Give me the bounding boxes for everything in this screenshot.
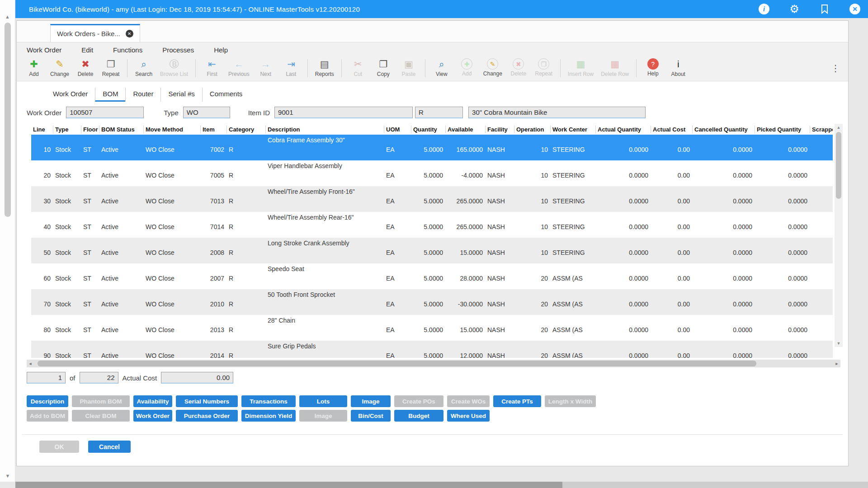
availability-button[interactable]: Availability bbox=[133, 395, 172, 407]
cancelled_quantity-cell: 0.0000 bbox=[692, 341, 755, 358]
last-button[interactable]: ⇥Last bbox=[278, 57, 304, 78]
scrollbar-thumb[interactable] bbox=[5, 23, 11, 217]
column-header-facility[interactable]: Facility bbox=[485, 126, 514, 133]
column-header-picked_quantity[interactable]: Picked Quantity bbox=[755, 126, 810, 133]
transactions-button[interactable]: Transactions bbox=[241, 395, 296, 407]
menu-processes[interactable]: Processes bbox=[162, 46, 194, 54]
search-button[interactable]: ⌕Search bbox=[131, 57, 156, 78]
table-row[interactable]: 70StockSTActiveWO Close2010R50 Tooth Fro… bbox=[31, 289, 833, 315]
table-row[interactable]: 40StockSTActiveWO Close7014RWheel/Tire A… bbox=[31, 212, 833, 238]
add-button[interactable]: ✚Add bbox=[21, 57, 47, 78]
tab-work-order[interactable]: Work Order bbox=[46, 88, 95, 102]
column-header-bom_status[interactable]: BOM Status bbox=[99, 126, 143, 133]
item-id-input[interactable] bbox=[274, 107, 413, 118]
menu-work-order[interactable]: Work Order bbox=[27, 46, 61, 54]
view-button[interactable]: ⌕View bbox=[429, 57, 454, 78]
close-icon[interactable]: ✕ bbox=[849, 3, 861, 15]
bin-cost-button[interactable]: Bin/Cost bbox=[351, 410, 391, 422]
scroll-up-icon[interactable]: ▲ bbox=[835, 124, 843, 131]
column-header-actual_cost[interactable]: Actual Cost bbox=[651, 126, 692, 133]
table-horizontal-scrollbar[interactable]: ◄ ► bbox=[27, 360, 840, 367]
scroll-left-icon[interactable]: ◄ bbox=[27, 361, 34, 366]
reports-button[interactable]: ▤Reports bbox=[311, 57, 338, 78]
column-header-type[interactable]: Type bbox=[53, 126, 81, 133]
work-order-input[interactable] bbox=[66, 107, 144, 118]
page-horizontal-scrollbar[interactable] bbox=[15, 482, 868, 488]
column-header-work_center[interactable]: Work Center bbox=[550, 126, 595, 133]
dimension-yield-button[interactable]: Dimension Yield bbox=[241, 410, 296, 422]
item-description-input[interactable] bbox=[468, 107, 646, 118]
where-used-button[interactable]: Where Used bbox=[447, 410, 490, 422]
tab-comments[interactable]: Comments bbox=[202, 88, 250, 102]
table-row[interactable]: 90StockSTActiveWO Close2014RSure Grip Pe… bbox=[31, 341, 833, 358]
work-order-button[interactable]: Work Order bbox=[133, 410, 172, 422]
column-header-item[interactable]: Item bbox=[200, 126, 226, 133]
column-header-line[interactable]: Line bbox=[31, 126, 53, 133]
column-header-description[interactable]: Description bbox=[265, 126, 384, 133]
column-header-scrapped_quantity[interactable]: Scrapped Qu bbox=[810, 126, 833, 133]
table-row[interactable]: 20StockSTActiveWO Close7005RViper Handle… bbox=[31, 160, 833, 186]
tab-serial-s[interactable]: Serial #s bbox=[160, 88, 202, 102]
overflow-menu-icon[interactable]: ⋮ bbox=[831, 57, 844, 74]
lots-button[interactable]: Lots bbox=[299, 395, 347, 407]
scrollbar-thumb[interactable] bbox=[38, 361, 756, 366]
available-cell: 265.0000 bbox=[445, 212, 485, 238]
tab-router[interactable]: Router bbox=[125, 88, 160, 102]
cancel-button[interactable]: Cancel bbox=[88, 441, 131, 453]
change-row-button[interactable]: ✎Change bbox=[480, 57, 506, 78]
copy-button[interactable]: ❐Copy bbox=[371, 57, 396, 78]
table-row[interactable]: 80StockSTActiveWO Close2013R28" ChainEA5… bbox=[31, 315, 833, 341]
scrapped_quantity-cell bbox=[810, 315, 833, 341]
serial-numbers-button[interactable]: Serial Numbers bbox=[176, 395, 238, 407]
scroll-right-icon[interactable]: ► bbox=[833, 361, 840, 366]
repeat-button[interactable]: ❐Repeat bbox=[98, 57, 123, 78]
column-header-uom[interactable]: UOM bbox=[384, 126, 411, 133]
menu-help[interactable]: Help bbox=[214, 46, 228, 54]
column-header-move_method[interactable]: Move Method bbox=[143, 126, 200, 133]
about-button[interactable]: iAbout bbox=[665, 57, 691, 78]
column-header-floor[interactable]: Floor bbox=[81, 126, 99, 133]
scroll-up-icon[interactable]: ▲ bbox=[0, 12, 15, 22]
total-lines-input[interactable] bbox=[80, 372, 118, 384]
column-header-quantity[interactable]: Quantity bbox=[411, 126, 445, 133]
column-header-available[interactable]: Available bbox=[445, 126, 485, 133]
change-button[interactable]: ✎Change bbox=[47, 57, 73, 78]
view-icon: ⌕ bbox=[439, 58, 444, 70]
type-input[interactable] bbox=[183, 107, 230, 118]
scroll-down-icon[interactable]: ▼ bbox=[0, 471, 15, 481]
table-row[interactable]: 30StockSTActiveWO Close7013RWheel/Tire A… bbox=[31, 186, 833, 212]
type-cell: Stock bbox=[53, 263, 81, 289]
first-button[interactable]: ⇤First bbox=[199, 57, 225, 78]
settings-gear-icon[interactable]: ⚙ bbox=[788, 3, 800, 15]
column-header-operation[interactable]: Operation bbox=[514, 126, 550, 133]
current-line-input[interactable] bbox=[27, 372, 66, 384]
tab-bom[interactable]: BOM bbox=[95, 88, 125, 102]
column-header-actual_quantity[interactable]: Actual Quantity bbox=[595, 126, 651, 133]
page-vertical-scrollbar[interactable]: ▲ ▼ bbox=[0, 0, 15, 482]
info-icon[interactable]: i bbox=[758, 3, 770, 15]
table-vertical-scrollbar[interactable]: ▲ ▼ bbox=[835, 124, 843, 347]
image-button[interactable]: Image bbox=[351, 395, 391, 407]
budget-button[interactable]: Budget bbox=[394, 410, 443, 422]
scrollbar-thumb[interactable] bbox=[15, 482, 562, 488]
item-category-input[interactable] bbox=[415, 107, 463, 118]
actual-cost-input[interactable] bbox=[161, 372, 233, 384]
bookmark-icon[interactable] bbox=[819, 3, 830, 15]
help-button[interactable]: ?Help bbox=[640, 57, 665, 78]
scrollbar-thumb[interactable] bbox=[836, 132, 841, 199]
table-row[interactable]: 50StockSTActiveWO Close2008RLong Stroke … bbox=[31, 238, 833, 263]
table-row[interactable]: 10StockSTActiveWO Close7002RCobra Frame … bbox=[31, 135, 833, 160]
column-header-cancelled_quantity[interactable]: Cancelled Quantity bbox=[692, 126, 755, 133]
description-button[interactable]: Description bbox=[27, 395, 68, 407]
document-tab[interactable]: Work Orders - Bike... ✕ bbox=[50, 24, 140, 42]
footer-actions: OK Cancel bbox=[22, 434, 843, 453]
menu-functions[interactable]: Functions bbox=[113, 46, 142, 54]
delete-button[interactable]: ✖Delete bbox=[73, 57, 98, 78]
tab-close-icon[interactable]: ✕ bbox=[126, 30, 133, 38]
table-row[interactable]: 60StockSTActiveWO Close2007RSpeedo SeatE… bbox=[31, 263, 833, 289]
menu-edit[interactable]: Edit bbox=[81, 46, 93, 54]
purchase-order-button[interactable]: Purchase Order bbox=[176, 410, 238, 422]
column-header-category[interactable]: Category bbox=[226, 126, 265, 133]
scroll-down-icon[interactable]: ▼ bbox=[835, 340, 843, 347]
create-pts-button[interactable]: Create PTs bbox=[493, 395, 541, 407]
